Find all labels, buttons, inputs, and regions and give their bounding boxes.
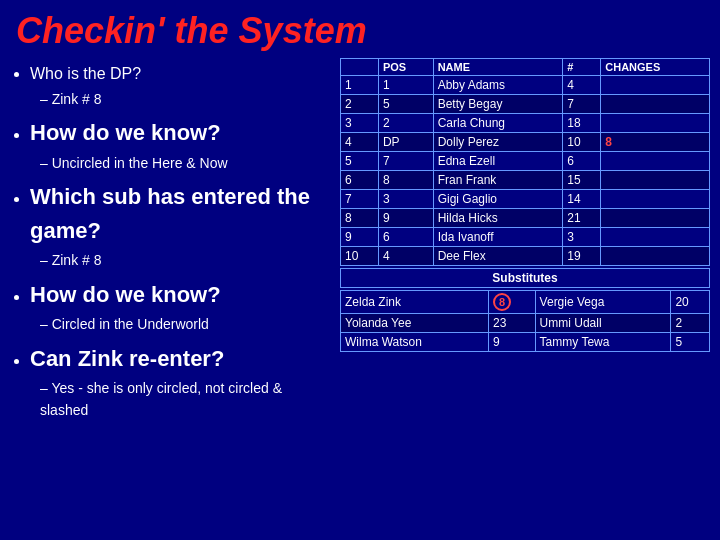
left-panel: Who is the DP? Zink # 8 How do we know? … <box>10 58 330 528</box>
sub-num2: 2 <box>671 314 710 333</box>
list-item: How do we know? Circled in the Underworl… <box>30 278 330 336</box>
question-text: Which sub has entered the game? <box>30 184 310 243</box>
sub-answer: Yes - she is only circled, not circled &… <box>40 378 330 421</box>
sub-name: Wilma Watson <box>341 333 489 352</box>
table-row: 32Carla Chung18 <box>341 114 710 133</box>
sub-num2: 20 <box>671 291 710 314</box>
subs-row: Wilma Watson9Tammy Tewa5 <box>341 333 710 352</box>
sub-name2: Vergie Vega <box>535 291 671 314</box>
table-row: 4DPDolly Perez108 <box>341 133 710 152</box>
question-text: Can Zink re-enter? <box>30 346 224 371</box>
list-item: How do we know? Uncircled in the Here & … <box>30 116 330 174</box>
subs-detail-table: Zelda Zink8Vergie Vega20Yolanda Yee23Umm… <box>340 290 710 352</box>
col-header-num: # <box>563 59 601 76</box>
subs-row: Zelda Zink8Vergie Vega20 <box>341 291 710 314</box>
col-header-changes: CHANGES <box>601 59 710 76</box>
table-row: 11Abby Adams4 <box>341 76 710 95</box>
list-item: Who is the DP? Zink # 8 <box>30 62 330 110</box>
table-row: 25Betty Begay7 <box>341 95 710 114</box>
sub-name: Zelda Zink <box>341 291 489 314</box>
sub-name: Yolanda Yee <box>341 314 489 333</box>
sub-num2: 5 <box>671 333 710 352</box>
table-row: 89Hilda Hicks21 <box>341 209 710 228</box>
sub-answer: Uncircled in the Here & Now <box>40 153 330 175</box>
sub-num: 9 <box>489 333 536 352</box>
sub-answer: Zink # 8 <box>40 250 330 272</box>
table-row: 73Gigi Gaglio14 <box>341 190 710 209</box>
list-item: Can Zink re-enter? Yes - she is only cir… <box>30 342 330 421</box>
sub-name2: Ummi Udall <box>535 314 671 333</box>
sub-num: 23 <box>489 314 536 333</box>
subs-row: Yolanda Yee23Ummi Udall2 <box>341 314 710 333</box>
page-title: Checkin' the System <box>0 0 720 58</box>
table-row: 104Dee Flex19 <box>341 247 710 266</box>
table-row: 96Ida Ivanoff3 <box>341 228 710 247</box>
col-header-name: NAME <box>433 59 563 76</box>
table-row: 68Fran Frank15 <box>341 171 710 190</box>
sub-num: 8 <box>489 291 536 314</box>
question-text: How do we know? <box>30 120 221 145</box>
list-item: Which sub has entered the game? Zink # 8 <box>30 180 330 272</box>
sub-answer: Circled in the Underworld <box>40 314 330 336</box>
sub-name2: Tammy Tewa <box>535 333 671 352</box>
col-header-pos: POS <box>378 59 433 76</box>
substitutes-table: Substitutes <box>340 268 710 288</box>
question-text: Who is the DP? <box>30 65 141 82</box>
question-list: Who is the DP? Zink # 8 How do we know? … <box>10 62 330 421</box>
roster-table: POS NAME # CHANGES 11Abby Adams425Betty … <box>340 58 710 266</box>
sub-answer: Zink # 8 <box>40 89 330 111</box>
substitutes-header: Substitutes <box>341 269 710 288</box>
col-header-row <box>341 59 379 76</box>
table-row: 57Edna Ezell6 <box>341 152 710 171</box>
right-panel: POS NAME # CHANGES 11Abby Adams425Betty … <box>340 58 710 528</box>
question-text: How do we know? <box>30 282 221 307</box>
